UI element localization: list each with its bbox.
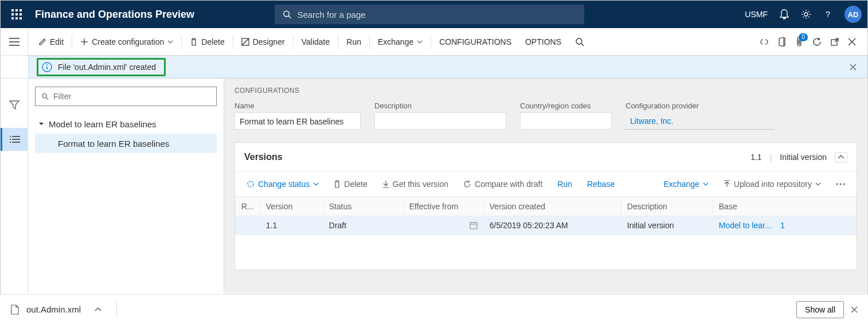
- field-name[interactable]: Format to learn ER baselines: [234, 112, 361, 130]
- tree-node-child[interactable]: Format to learn ER baselines: [35, 134, 217, 153]
- upload-icon: [724, 180, 730, 188]
- status-icon: [247, 180, 255, 188]
- designer-button[interactable]: Designer: [234, 28, 292, 55]
- attachments-badge: 0: [799, 33, 808, 41]
- col-version[interactable]: Version: [260, 197, 323, 216]
- top-navbar: Finance and Operations Preview USMF ? AD: [1, 1, 867, 28]
- col-created[interactable]: Version created: [483, 197, 621, 216]
- col-description[interactable]: Description: [621, 197, 713, 216]
- svg-point-41: [843, 183, 845, 185]
- table-row[interactable]: 1.1 Draft 6/5/2019 05:20:23 AM Initial v…: [236, 216, 857, 235]
- label-name: Name: [234, 102, 361, 110]
- section-title: CONFIGURATIONS: [234, 87, 857, 95]
- settings-gear-icon[interactable]: [801, 9, 811, 19]
- exchange-button[interactable]: Exchange: [371, 28, 429, 55]
- col-effective[interactable]: Effective from: [403, 197, 483, 216]
- svg-point-36: [42, 93, 46, 97]
- upload-repository-button[interactable]: Upload into repository: [718, 171, 827, 196]
- table-header-row: R... Version Status Effective from Versi…: [236, 197, 857, 216]
- change-status-button[interactable]: Change status: [241, 171, 324, 196]
- linked-icon[interactable]: [760, 38, 769, 45]
- chevron-up-icon[interactable]: [95, 307, 101, 312]
- field-country[interactable]: [520, 112, 612, 130]
- create-configuration-button[interactable]: Create configuration: [73, 28, 180, 55]
- svg-point-11: [804, 13, 808, 16]
- svg-point-9: [284, 11, 290, 17]
- compare-icon: [463, 180, 471, 188]
- svg-rect-8: [19, 17, 22, 19]
- version-run-button[interactable]: Run: [552, 171, 578, 196]
- close-icon[interactable]: [848, 38, 856, 46]
- download-icon: [382, 180, 389, 188]
- list-rail-icon[interactable]: [1, 128, 28, 151]
- calendar-icon[interactable]: [470, 221, 478, 229]
- col-r[interactable]: R...: [236, 197, 260, 216]
- svg-rect-2: [19, 9, 22, 11]
- cell-base: Model to lear... 1: [713, 216, 856, 235]
- svg-rect-4: [15, 13, 18, 15]
- popout-icon[interactable]: [831, 38, 839, 46]
- info-message: File 'out.Admin.xml' created: [37, 58, 166, 76]
- svg-line-19: [242, 38, 249, 45]
- chevron-down-icon: [703, 182, 709, 186]
- notification-icon[interactable]: [779, 9, 789, 19]
- svg-line-10: [289, 16, 291, 18]
- hamburger-icon[interactable]: [1, 28, 28, 55]
- company-code[interactable]: USMF: [745, 10, 768, 19]
- validate-button[interactable]: Validate: [295, 28, 337, 55]
- status-close-icon[interactable]: [851, 306, 858, 313]
- svg-point-35: [10, 142, 11, 143]
- office-icon[interactable]: [778, 37, 786, 46]
- collapse-icon[interactable]: [835, 152, 847, 162]
- base-num[interactable]: 1: [780, 221, 785, 230]
- plus-icon: [80, 38, 88, 46]
- message-bar: File 'out.Admin.xml' created: [1, 56, 867, 79]
- chevron-down-icon: [815, 182, 821, 186]
- field-provider[interactable]: Litware, Inc.: [625, 112, 775, 130]
- waffle-icon[interactable]: [6, 9, 27, 19]
- global-search-input[interactable]: [297, 10, 576, 19]
- global-search[interactable]: [275, 5, 584, 24]
- chevron-down-icon: [167, 40, 173, 44]
- status-file-name[interactable]: out.Admin.xml: [26, 305, 81, 314]
- svg-rect-3: [11, 13, 14, 15]
- search-icon: [283, 10, 291, 19]
- versions-table: R... Version Status Effective from Versi…: [235, 197, 857, 235]
- search-action-icon[interactable]: [568, 28, 591, 55]
- filter-rail-icon[interactable]: [1, 93, 28, 116]
- col-status[interactable]: Status: [323, 197, 403, 216]
- user-avatar[interactable]: AD: [844, 6, 862, 23]
- more-icon[interactable]: [830, 171, 851, 196]
- label-description: Description: [374, 102, 506, 110]
- svg-point-34: [10, 139, 11, 140]
- col-base[interactable]: Base: [713, 197, 856, 216]
- help-icon[interactable]: ?: [823, 9, 833, 19]
- action-bar: Edit Create configuration Delete Designe…: [1, 28, 867, 56]
- get-version-button[interactable]: Get this version: [377, 171, 454, 196]
- tree-filter[interactable]: [35, 87, 217, 106]
- info-icon: [42, 62, 52, 72]
- base-link[interactable]: Model to lear...: [719, 221, 772, 230]
- svg-point-40: [840, 183, 842, 185]
- show-all-button[interactable]: Show all: [796, 301, 844, 318]
- delete-button[interactable]: Delete: [183, 28, 231, 55]
- options-tab[interactable]: OPTIONS: [518, 28, 568, 55]
- version-delete-button[interactable]: Delete: [328, 171, 373, 196]
- configurations-tab[interactable]: CONFIGURATIONS: [432, 28, 518, 55]
- version-exchange-button[interactable]: Exchange: [658, 171, 714, 196]
- tree-node-root[interactable]: Model to learn ER baselines: [35, 114, 217, 134]
- run-button[interactable]: Run: [339, 28, 368, 55]
- tree-filter-input[interactable]: [53, 92, 210, 101]
- cell-version: 1.1: [260, 216, 323, 235]
- compare-button[interactable]: Compare with draft: [458, 171, 548, 196]
- versions-card: Versions 1.1 | Initial version Change st…: [234, 142, 857, 270]
- versions-title: Versions: [244, 152, 283, 162]
- label-provider: Configuration provider: [625, 102, 775, 110]
- rebase-button[interactable]: Rebase: [581, 171, 620, 196]
- refresh-icon[interactable]: [812, 37, 822, 46]
- edit-button[interactable]: Edit: [32, 28, 71, 55]
- message-close-icon[interactable]: [850, 64, 859, 71]
- attachments-icon[interactable]: 0: [795, 37, 803, 47]
- field-description[interactable]: [374, 112, 506, 130]
- trash-icon: [334, 180, 341, 188]
